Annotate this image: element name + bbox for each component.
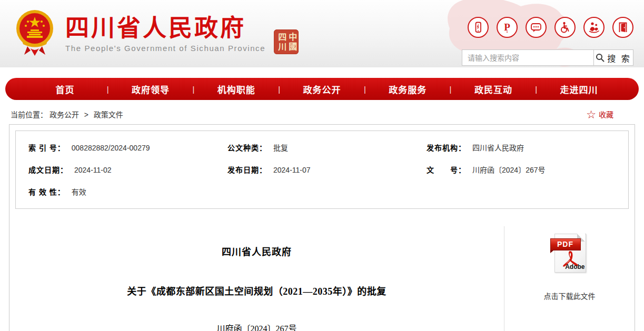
elder-care-icon[interactable]: [583, 17, 605, 38]
nav-item-home[interactable]: 首页: [23, 83, 107, 96]
main-nav: 首页 | 政府领导 | 机构职能 | 政务公开 | 政务服务 | 政民互动 | …: [5, 78, 639, 100]
mobile-icon[interactable]: [468, 17, 489, 38]
favorite-label: 收藏: [599, 109, 613, 119]
site-title[interactable]: 四川省人民政府: [65, 16, 265, 42]
favorite-button[interactable]: ☆ 收藏: [586, 109, 613, 120]
pdf-file-icon[interactable]: PDF Adobe: [551, 233, 588, 274]
nav-item-institutional-functions[interactable]: 机构职能: [194, 83, 278, 96]
download-panel: PDF Adobe 点击下载此文件: [504, 226, 635, 331]
search-input[interactable]: [462, 49, 593, 66]
national-emblem-icon: [15, 8, 55, 57]
meta-field-document-type: 公文种类：批复: [227, 142, 427, 153]
breadcrumb-row: 当前位置： 政务公开 > 政策文件 ☆ 收藏: [0, 100, 644, 120]
meta-field-document-number: 文 号：川府函〔2024〕267号: [427, 164, 616, 175]
document-title: 关于《成都东部新区国土空间规划（2021—2035年）》的批复: [9, 284, 504, 297]
media-p-icon[interactable]: P: [497, 17, 518, 38]
meta-field-validity: 有 效 性：有效: [28, 186, 227, 197]
meta-field-written-date: 成文日期：2024-11-02: [28, 164, 227, 175]
search-icon: [596, 53, 605, 62]
document-body: 四川省人民政府 关于《成都东部新区国土空间规划（2021—2035年）》的批复 …: [9, 215, 504, 331]
nav-item-government-leaders[interactable]: 政府领导: [109, 83, 193, 96]
door-icon[interactable]: [612, 17, 633, 38]
nav-item-public-interaction[interactable]: 政民互动: [452, 83, 536, 96]
breadcrumb-separator: >: [84, 111, 88, 119]
pdf-banner-fold: [550, 250, 553, 253]
nav-item-government-affairs-disclosure[interactable]: 政务公开: [280, 83, 364, 96]
search-bar: 搜 索: [462, 49, 633, 66]
logo-area: 四川省人民政府 The People's Government of Sichu…: [15, 8, 299, 57]
search-button[interactable]: 搜 索: [593, 49, 633, 66]
site-header: 四川省人民政府 The People's Government of Sichu…: [0, 0, 644, 67]
breadcrumb: 当前位置： 政务公开 > 政策文件: [11, 109, 123, 119]
meta-field-index-number: 索 引 号：008282882/2024-00279: [28, 142, 227, 153]
meta-field-issuing-agency: 发布机构：四川省人民政府: [427, 142, 616, 153]
accessibility-icon[interactable]: [554, 17, 576, 38]
document-org-title: 四川省人民政府: [9, 244, 504, 258]
breadcrumb-link-disclosure[interactable]: 政务公开: [49, 111, 79, 119]
header-right: P 搜 索: [455, 0, 637, 67]
breadcrumb-link-policy-documents[interactable]: 政策文件: [94, 111, 123, 119]
site-title-block[interactable]: 四川省人民政府 The People's Government of Sichu…: [65, 16, 265, 53]
site-subtitle: The People's Government of Sichuan Provi…: [65, 44, 265, 53]
search-button-label: 搜 索: [607, 52, 631, 64]
metadata-box: 索 引 号：008282882/2024-00279 公文种类：批复 发布机构：…: [15, 131, 629, 209]
svg-text:P: P: [504, 22, 510, 33]
document-number: 川府函〔2024〕267号: [9, 322, 504, 331]
download-link[interactable]: 点击下载此文件: [504, 290, 635, 301]
star-icon: ☆: [586, 109, 596, 120]
header-icon-row: P: [468, 17, 633, 38]
sichuan-seal-stamp-icon: 中國四川: [274, 29, 299, 54]
adobe-label: Adobe: [565, 263, 584, 270]
nav-item-into-sichuan[interactable]: 走进四川: [537, 83, 621, 96]
document-area: 四川省人民政府 关于《成都东部新区国土空间规划（2021—2035年）》的批复 …: [9, 215, 635, 331]
message-icon[interactable]: [526, 17, 547, 38]
breadcrumb-label: 当前位置：: [11, 111, 47, 119]
pdf-banner-label: PDF: [550, 238, 581, 250]
meta-field-publish-date: 发布日期：2024-11-07: [227, 164, 427, 175]
nav-item-government-services[interactable]: 政务服务: [366, 83, 450, 96]
document-container: 索 引 号：008282882/2024-00279 公文种类：批复 发布机构：…: [9, 124, 635, 331]
